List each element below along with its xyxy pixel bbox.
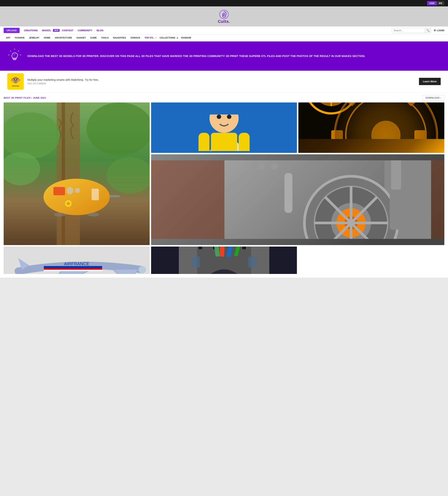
cat-architecture[interactable]: ARCHITECTURE (53, 36, 74, 39)
nav-bar: UPLOAD CREATIONS | MAKES | NEW CONTEST |… (0, 27, 448, 34)
learn-more-button[interactable]: Learn More (419, 78, 441, 85)
svg-line-4 (10, 51, 11, 51)
svg-rect-101 (44, 266, 102, 268)
image-grid: 3D-PRINT 2021 (4, 102, 444, 245)
search-input[interactable] (392, 28, 425, 33)
ad-sub: ADS VIA CARBON (27, 82, 415, 85)
nav-link-blog[interactable]: BLOG (95, 29, 105, 32)
svg-line-2 (18, 51, 19, 51)
cat-various[interactable]: VARIOUS (128, 36, 142, 39)
cat-collections[interactable]: COLLECTIONS (157, 36, 177, 39)
nav-link-makes[interactable]: MAKES (40, 29, 52, 32)
hero-banner: DOWNLOAD THE BEST 3D MODELS FOR 3D PRINT… (0, 41, 448, 71)
chevron-right-icon: › (441, 96, 441, 99)
svg-text:mailchimp: mailchimp (12, 85, 19, 87)
section-title: BEST 3D PRINT FILES • JUNE 2021 (4, 96, 46, 99)
login-button[interactable]: ⚙ LOGIN (434, 29, 444, 32)
character-image[interactable]: 3D-PRINT 2021 (151, 102, 297, 153)
nav-link-community[interactable]: COMMUNITY (76, 29, 94, 32)
svg-point-100 (139, 266, 146, 273)
download-label: DOWNLOAD (426, 96, 440, 99)
svg-point-10 (11, 79, 13, 81)
birdhouse-image[interactable] (4, 102, 150, 245)
cat-random[interactable]: RANDOM (179, 36, 193, 39)
logo-text: Cults. (218, 19, 230, 24)
login-icon: ⚙ (434, 29, 436, 32)
svg-text:AIRFRANCE: AIRFRANCE (64, 261, 89, 266)
svg-rect-7 (13, 59, 16, 60)
svg-rect-43 (239, 133, 250, 151)
castle-image[interactable] (151, 247, 297, 274)
cat-top-stl[interactable]: TOP STL (142, 36, 156, 39)
svg-rect-109 (202, 247, 213, 253)
svg-point-51 (227, 114, 231, 119)
cat-tools[interactable]: TOOLS (99, 36, 111, 39)
svg-rect-127 (248, 257, 257, 267)
svg-rect-90 (284, 173, 292, 213)
svg-point-92 (258, 163, 264, 170)
ad-title: Multiply your marketing smarts with Mail… (27, 78, 415, 81)
svg-rect-27 (92, 189, 99, 200)
bottom-cell-3 (298, 247, 444, 274)
svg-rect-39 (211, 133, 237, 151)
svg-rect-95 (391, 160, 401, 189)
svg-rect-103 (44, 270, 102, 271)
nav-links: CREATIONS | MAKES | NEW CONTEST | COMMUN… (22, 29, 392, 32)
ad-text: Multiply your marketing smarts with Mail… (27, 78, 415, 85)
svg-rect-102 (44, 268, 102, 270)
svg-point-23 (44, 179, 110, 215)
svg-point-93 (271, 163, 277, 170)
login-label: LOGIN (437, 29, 444, 32)
nav-link-contest[interactable]: CONTEST (60, 29, 75, 32)
svg-rect-24 (53, 187, 65, 195)
svg-rect-25 (67, 187, 73, 194)
svg-point-29 (54, 213, 66, 217)
svg-point-71 (335, 102, 437, 139)
cults-logo-icon (219, 10, 229, 19)
language-button[interactable]: EN (437, 1, 444, 5)
cat-home[interactable]: HOME (42, 36, 53, 39)
svg-rect-126 (191, 257, 200, 267)
industrial-image[interactable] (151, 154, 444, 245)
nav-contest-wrapper: NEW CONTEST (53, 29, 75, 32)
upload-button[interactable]: UPLOAD (4, 28, 19, 33)
logo-container[interactable]: Cults. (218, 10, 230, 24)
svg-point-91 (244, 163, 251, 170)
boeing-image[interactable]: BOEING 747-400 AIRFRANCE (4, 247, 150, 274)
lightbulb-icon (7, 48, 22, 63)
cat-naughties[interactable]: NAUGHTIES (111, 36, 128, 39)
top-stl-icon: ✦ (155, 36, 157, 39)
section-header: BEST 3D PRINT FILES • JUNE 2021 DOWNLOAD… (4, 93, 444, 102)
cat-fashion[interactable]: FASHION (13, 36, 27, 39)
top-bar: USD EN (0, 0, 448, 6)
svg-point-32 (67, 202, 70, 205)
svg-rect-18 (62, 102, 65, 245)
nav-link-creations[interactable]: CREATIONS (22, 29, 40, 32)
cat-game[interactable]: GAME (88, 36, 99, 39)
cat-jewelry[interactable]: JEWELRY (27, 36, 42, 39)
gear-image[interactable] (298, 102, 444, 153)
currency-button[interactable]: USD (427, 1, 436, 5)
svg-point-14 (15, 80, 16, 81)
search-button[interactable]: 🔍 (425, 28, 431, 33)
svg-rect-26 (75, 188, 80, 193)
download-button[interactable]: DOWNLOAD › (422, 95, 444, 101)
svg-rect-28 (110, 195, 120, 197)
svg-point-13 (16, 79, 17, 80)
new-badge: NEW (53, 29, 59, 32)
content-area: BEST 3D PRINT FILES • JUNE 2021 DOWNLOAD… (0, 93, 448, 278)
svg-rect-17 (57, 102, 80, 245)
svg-rect-96 (390, 190, 400, 230)
nav-search: 🔍 (392, 28, 431, 33)
svg-point-30 (87, 213, 99, 217)
mailchimp-logo: mailchimp (7, 73, 24, 90)
ad-banner: mailchimp Multiply your marketing smarts… (0, 71, 448, 93)
category-bar: ART FASHION JEWELRY HOME ARCHITECTURE GA… (0, 34, 448, 41)
svg-point-50 (217, 114, 221, 119)
logo-area: Cults. (0, 6, 448, 27)
collections-icon: ★ (176, 36, 178, 39)
bottom-row: BOEING 747-400 AIRFRANCE (4, 247, 444, 274)
svg-point-12 (14, 79, 15, 80)
cat-gadget[interactable]: GADGET (74, 36, 88, 39)
cat-art[interactable]: ART (4, 36, 13, 39)
